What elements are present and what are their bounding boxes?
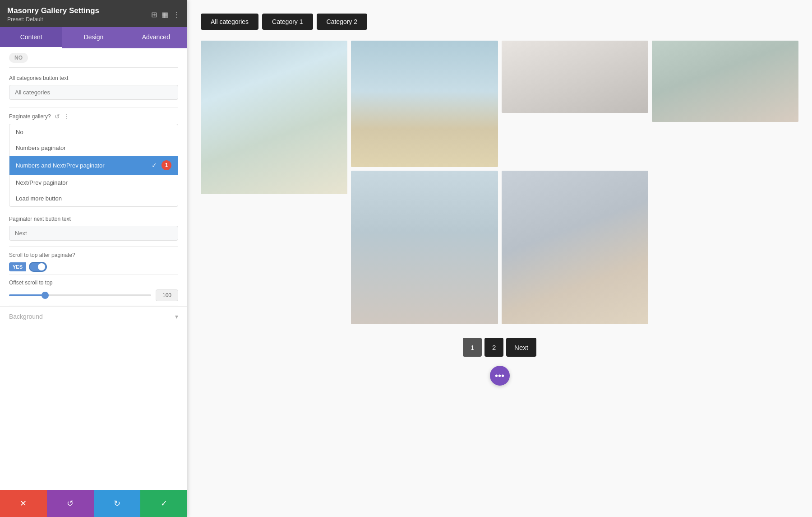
offset-label: Offset scroll to top [9,279,178,286]
next-button-section: Paginator next button text [0,210,187,246]
sidebar-header: Masonry Gallery Settings Preset: Default… [0,0,187,27]
chevron-down-icon: ▾ [175,313,178,320]
dropdown-option-load-more[interactable]: Load more button [9,191,178,206]
toggle-no-row: NO [0,48,187,67]
category-2-button[interactable]: Category 2 [317,14,367,30]
paginate-dropdown: No Numbers paginator Numbers and Next/Pr… [9,124,178,207]
fab-button[interactable]: ••• [490,366,510,386]
header-icons: ⊞ ▦ ⋮ [151,10,180,19]
gallery-image-coastal[interactable] [502,171,648,324]
paginate-row: Paginate gallery? ↺ ⋮ [0,107,187,122]
slider-fill [9,294,45,296]
dropdown-option-numbers-next[interactable]: Numbers and Next/Prev paginator ✓ 1 [9,156,178,175]
fab-icon: ••• [495,371,504,381]
all-categories-label: All categories button text [9,75,178,81]
paginate-label: Paginate gallery? [9,113,51,120]
category-all-button[interactable]: All categories [201,14,258,30]
scroll-top-label: Scroll to top after paginate? [9,252,178,258]
check-icon: ✓ [152,162,157,169]
toggle-yes-label: YES [9,262,26,271]
slider-row: 100 [9,289,178,301]
gallery-image-bench[interactable] [652,41,798,122]
sidebar-footer: ✕ ↺ ↻ ✓ [0,490,187,517]
page-1-button[interactable]: 1 [463,338,482,357]
slider-thumb[interactable] [42,292,49,299]
all-categories-section: All categories button text [0,68,187,107]
toggle-switch[interactable] [29,262,47,272]
reset-icon[interactable]: ↺ [55,113,60,120]
gallery-image-pier[interactable] [351,41,498,167]
resize-icon[interactable]: ⊞ [151,10,157,19]
all-categories-input[interactable] [9,85,178,100]
panel-title: Masonry Gallery Settings [7,6,99,15]
badge-number: 1 [161,160,171,170]
category-1-button[interactable]: Category 1 [262,14,313,30]
dropdown-option-numbers[interactable]: Numbers paginator [9,140,178,156]
next-button-input[interactable] [9,226,178,241]
background-section[interactable]: Background ▾ [0,306,187,326]
sidebar-content: NO All categories button text Paginate g… [0,48,187,490]
dropdown-option-next-prev[interactable]: Next/Prev paginator [9,175,178,191]
toggle-yes-control[interactable]: YES [9,262,178,272]
main-content: All categories Category 1 Category 2 1 2… [187,0,812,517]
columns-icon[interactable]: ▦ [161,10,168,19]
save-button[interactable]: ✓ [140,490,187,517]
scroll-top-section: Scroll to top after paginate? YES [0,247,187,275]
tab-advanced[interactable]: Advanced [125,27,187,48]
tab-content[interactable]: Content [0,27,62,48]
masonry-grid [201,41,798,324]
next-page-button[interactable]: Next [506,338,536,357]
gallery-image-dock[interactable] [351,171,498,324]
undo-button[interactable]: ↺ [47,490,94,517]
toggle-no[interactable]: NO [9,53,28,63]
floating-button-container: ••• [201,366,798,386]
more-options-icon[interactable]: ⋮ [173,10,180,19]
gallery-image-sofa[interactable] [502,41,648,113]
next-button-label: Paginator next button text [9,216,178,222]
options-icon[interactable]: ⋮ [64,113,70,120]
gallery-image-beach[interactable] [201,41,347,194]
pagination: 1 2 Next [201,338,798,357]
slider-value[interactable]: 100 [156,289,178,301]
settings-panel: Masonry Gallery Settings Preset: Default… [0,0,187,517]
offset-section: Offset scroll to top 100 [0,275,187,306]
cancel-button[interactable]: ✕ [0,490,47,517]
tab-design[interactable]: Design [62,27,125,48]
background-label: Background [9,313,43,320]
category-bar: All categories Category 1 Category 2 [201,14,798,30]
tabs-bar: Content Design Advanced [0,27,187,48]
preset-label[interactable]: Preset: Default [7,16,99,23]
dropdown-option-no[interactable]: No [9,124,178,140]
redo-button[interactable]: ↻ [94,490,141,517]
slider-track[interactable] [9,294,151,296]
page-2-button[interactable]: 2 [484,338,503,357]
